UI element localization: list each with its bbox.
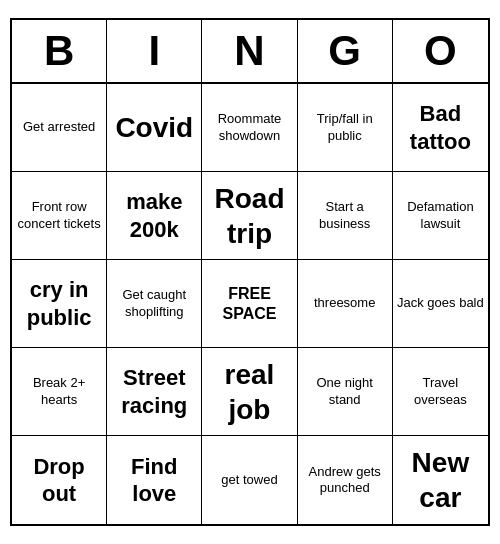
bingo-letter-g: G xyxy=(298,20,393,82)
bingo-cell-23: Andrew gets punched xyxy=(298,436,393,524)
bingo-cell-4: Bad tattoo xyxy=(393,84,488,172)
bingo-cell-20: Drop out xyxy=(12,436,107,524)
bingo-cell-3: Trip/fall in public xyxy=(298,84,393,172)
bingo-letter-i: I xyxy=(107,20,202,82)
bingo-cell-8: Start a business xyxy=(298,172,393,260)
bingo-cell-6: make 200k xyxy=(107,172,202,260)
bingo-cell-22: get towed xyxy=(202,436,297,524)
bingo-cell-0: Get arrested xyxy=(12,84,107,172)
bingo-card: BINGO Get arrestedCovidRoommate showdown… xyxy=(10,18,490,526)
bingo-cell-11: Get caught shoplifting xyxy=(107,260,202,348)
bingo-cell-18: One night stand xyxy=(298,348,393,436)
bingo-cell-5: Front row concert tickets xyxy=(12,172,107,260)
bingo-cell-13: threesome xyxy=(298,260,393,348)
bingo-cell-24: New car xyxy=(393,436,488,524)
bingo-cell-16: Street racing xyxy=(107,348,202,436)
bingo-cell-10: cry in public xyxy=(12,260,107,348)
bingo-letter-b: B xyxy=(12,20,107,82)
bingo-cell-1: Covid xyxy=(107,84,202,172)
bingo-cell-2: Roommate showdown xyxy=(202,84,297,172)
bingo-header: BINGO xyxy=(12,20,488,84)
bingo-cell-17: real job xyxy=(202,348,297,436)
bingo-cell-19: Travel overseas xyxy=(393,348,488,436)
bingo-cell-9: Defamation lawsuit xyxy=(393,172,488,260)
bingo-letter-o: O xyxy=(393,20,488,82)
bingo-cell-7: Road trip xyxy=(202,172,297,260)
bingo-cell-15: Break 2+ hearts xyxy=(12,348,107,436)
bingo-cell-21: Find love xyxy=(107,436,202,524)
bingo-cell-14: Jack goes bald xyxy=(393,260,488,348)
bingo-letter-n: N xyxy=(202,20,297,82)
bingo-grid: Get arrestedCovidRoommate showdownTrip/f… xyxy=(12,84,488,524)
bingo-cell-12: FREE SPACE xyxy=(202,260,297,348)
